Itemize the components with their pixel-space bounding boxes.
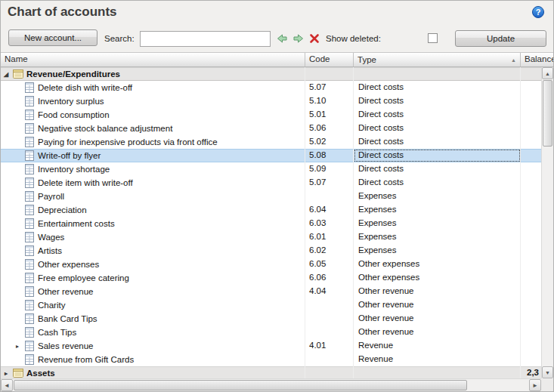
account-row[interactable]: Inventory surplus5.10Direct costs — [1, 94, 541, 108]
account-type-cell: Other revenue — [354, 285, 521, 298]
account-row[interactable]: Inventory shortage5.09Direct costs — [1, 162, 541, 176]
account-code-cell: 5.02 — [305, 135, 354, 149]
account-sheet-icon — [23, 191, 36, 202]
page-title: Chart of accounts — [8, 5, 117, 20]
scroll-up-icon[interactable]: ▲ — [542, 67, 553, 79]
account-row[interactable]: PayrollExpenses — [1, 190, 541, 203]
help-question-icon[interactable]: ? — [532, 6, 544, 18]
arrow-left-icon[interactable] — [276, 32, 288, 45]
account-name-cell: Delete dish with write-off — [1, 81, 305, 94]
expand-node-icon[interactable]: ▸ — [12, 340, 23, 353]
account-row[interactable]: Wages6.01Expenses — [1, 230, 541, 244]
account-name-label: Wages — [36, 231, 64, 244]
account-name-label: Delete dish with write-off — [36, 82, 132, 94]
scroll-down-icon[interactable]: ▼ — [542, 366, 553, 378]
vertical-scrollbar-thumb[interactable] — [543, 80, 552, 147]
account-name-label: Artists — [36, 245, 62, 258]
account-sheet-icon — [23, 313, 36, 324]
group-row[interactable]: ◢Revenue/Expenditures — [1, 67, 541, 81]
search-input[interactable] — [140, 31, 271, 47]
account-sheet-icon — [23, 137, 36, 147]
account-row[interactable]: Paying for inexpensive products via fron… — [1, 135, 541, 149]
ledger-folder-icon — [11, 69, 24, 79]
account-code-cell: 6.05 — [305, 258, 354, 271]
account-balance-cell — [521, 190, 541, 203]
column-header-name[interactable]: Name — [1, 53, 305, 66]
column-header-code-label: Code — [309, 54, 330, 63]
account-sheet-icon — [23, 286, 36, 297]
update-button[interactable]: Update — [455, 30, 546, 47]
account-row[interactable]: Other expenses6.05Other expenses — [1, 258, 541, 271]
account-row[interactable]: Artists6.02Expenses — [1, 244, 541, 258]
account-balance-cell — [521, 217, 541, 230]
account-sheet-icon — [23, 273, 36, 283]
expand-node-icon[interactable]: ▸ — [1, 367, 11, 379]
account-row[interactable]: Food consumption5.01Direct costs — [1, 108, 541, 122]
account-sheet-icon — [23, 341, 36, 351]
account-row[interactable]: Other revenue4.04Other revenue — [1, 285, 541, 298]
account-code-cell: 4.01 — [305, 339, 354, 353]
account-row[interactable]: Cash TipsOther revenue — [1, 326, 541, 339]
account-row[interactable]: Depreciation6.04Expenses — [1, 203, 541, 217]
svg-text:?: ? — [536, 8, 541, 17]
account-code-cell: 5.08 — [305, 149, 354, 162]
account-sheet-icon — [23, 354, 36, 365]
accounts-grid: Name Code Type ▲ Balance ◢Revenue/Expend… — [1, 52, 553, 391]
vertical-scrollbar[interactable]: ▲ ▼ — [541, 67, 553, 378]
column-header-balance[interactable]: Balance — [521, 53, 553, 66]
account-row[interactable]: Bank Card TipsOther revenue — [1, 312, 541, 326]
account-type-cell: Direct costs — [354, 176, 521, 190]
column-header-code[interactable]: Code — [305, 53, 354, 66]
new-account-button[interactable]: New account... — [8, 29, 97, 46]
account-type-cell: Revenue — [354, 353, 521, 366]
column-headers: Name Code Type ▲ Balance — [1, 53, 553, 67]
column-header-balance-label: Balance — [525, 54, 553, 63]
account-row[interactable]: ▸Sales revenue4.01Revenue — [1, 339, 541, 353]
collapse-group-icon[interactable]: ◢ — [1, 68, 11, 81]
account-row[interactable]: Delete item with write-off5.07Direct cos… — [1, 176, 541, 190]
account-type-cell: Direct costs — [354, 135, 521, 149]
account-row[interactable]: Entertainment costs6.03Expenses — [1, 217, 541, 230]
account-type-cell: Direct costs — [354, 108, 521, 122]
account-row[interactable]: Free employee catering6.06Other expenses — [1, 271, 541, 285]
account-type-cell: Other revenue — [354, 298, 521, 312]
account-sheet-icon — [23, 259, 36, 270]
arrow-right-icon[interactable] — [292, 32, 305, 45]
account-name-cell: Entertainment costs — [1, 217, 305, 230]
account-sheet-icon — [23, 123, 36, 134]
group-row[interactable]: ▸Assets2,3 — [1, 366, 541, 378]
account-type-cell — [354, 366, 521, 378]
clear-search-red-x-icon[interactable] — [308, 32, 320, 45]
account-code-cell — [305, 326, 354, 339]
account-name-label: Negative stock balance adjustment — [36, 122, 172, 135]
search-label: Search: — [104, 34, 135, 43]
account-row[interactable]: Write-off by flyer5.08Direct costs — [1, 149, 541, 162]
account-balance-cell — [521, 285, 541, 298]
account-sheet-icon — [23, 164, 36, 174]
account-row[interactable]: Delete dish with write-off5.07Direct cos… — [1, 81, 541, 94]
account-sheet-icon — [23, 96, 36, 106]
account-name-cell: Bank Card Tips — [1, 312, 305, 326]
account-row[interactable]: Negative stock balance adjustment5.06Dir… — [1, 122, 541, 135]
account-type-cell: Other expenses — [354, 258, 521, 271]
horizontal-scrollbar-thumb[interactable] — [14, 380, 467, 390]
column-header-type-label: Type — [357, 55, 376, 64]
show-deleted-checkbox[interactable] — [428, 33, 438, 43]
account-name-label: Other revenue — [36, 286, 94, 298]
account-row[interactable]: Revenue from Gift CardsRevenue — [1, 353, 541, 366]
account-balance-cell — [521, 230, 541, 244]
scroll-left-icon[interactable]: ◄ — [1, 379, 13, 391]
account-name-cell: Other revenue — [1, 285, 305, 298]
account-sheet-icon — [23, 150, 36, 161]
account-name-cell: ◢Revenue/Expenditures — [1, 67, 305, 81]
column-header-type[interactable]: Type ▲ — [354, 53, 521, 66]
account-code-cell — [305, 312, 354, 326]
scroll-right-icon[interactable]: ► — [529, 379, 541, 391]
account-sheet-icon — [23, 327, 36, 338]
horizontal-scrollbar[interactable]: ◄ ► — [1, 378, 541, 391]
account-name-cell: Charity — [1, 298, 305, 312]
account-name-label: Entertainment costs — [36, 218, 115, 230]
account-name-cell: Other expenses — [1, 258, 305, 271]
account-balance-cell — [521, 162, 541, 176]
account-row[interactable]: CharityOther revenue — [1, 298, 541, 312]
